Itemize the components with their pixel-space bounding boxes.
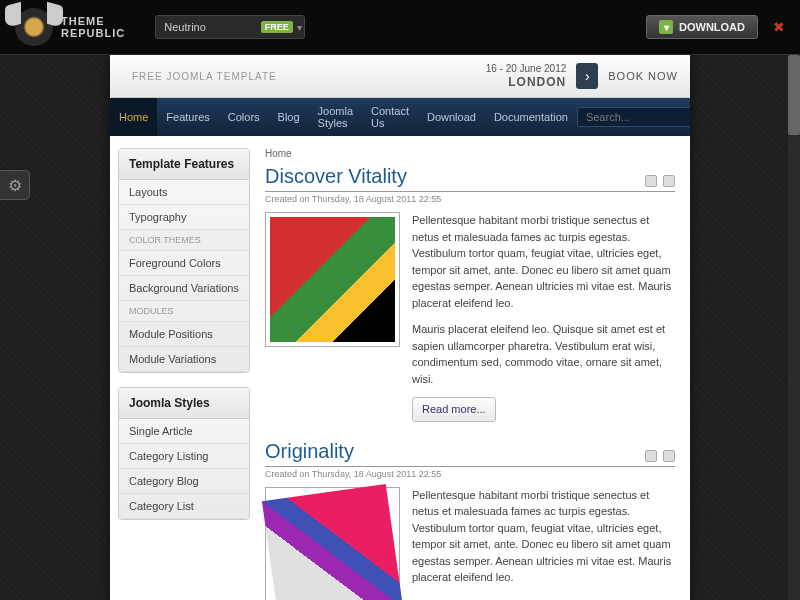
chevron-right-icon[interactable]: › [576,63,598,89]
article-thumbnail[interactable] [265,487,400,601]
sidebar: Template Features Layouts Typography COL… [110,136,250,600]
event-date: 16 - 20 June 2012 LONDON [486,62,567,91]
nav-home[interactable]: Home [110,98,157,136]
nav-colors[interactable]: Colors [219,98,269,136]
sidebar-item-category-blog[interactable]: Category Blog [119,469,249,494]
nav-contact[interactable]: Contact Us [362,98,418,136]
page-container: FREE JOOMLA TEMPLATE 16 - 20 June 2012 L… [110,55,690,600]
read-more-button[interactable]: Read more... [412,397,496,422]
print-icon[interactable] [663,175,675,187]
article-tools [645,450,675,462]
search-input[interactable] [577,107,690,127]
close-icon[interactable]: ✖ [773,19,785,35]
breadcrumb[interactable]: Home [265,148,675,159]
sidebar-box-styles: Joomla Styles Single Article Category Li… [118,387,250,520]
article-thumbnail[interactable] [265,212,400,347]
article-title[interactable]: Discover Vitality [265,165,675,192]
wings-icon [15,8,53,46]
sidebar-title: Template Features [119,149,249,180]
article-copy: Pellentesque habitant morbi tristique se… [412,487,675,601]
nav-features[interactable]: Features [157,98,218,136]
sidebar-item-module-variations[interactable]: Module Variations [119,347,249,372]
nav-joomla-styles[interactable]: Joomla Styles [309,98,362,136]
theme-selector[interactable]: Neutrino FREE ▾ [155,15,305,39]
sidebar-heading-modules: MODULES [119,301,249,322]
print-icon[interactable] [663,450,675,462]
sidebar-item-category-listing[interactable]: Category Listing [119,444,249,469]
sidebar-item-layouts[interactable]: Layouts [119,180,249,205]
chevron-down-icon: ▾ [297,22,302,33]
sidebar-title: Joomla Styles [119,388,249,419]
sidebar-item-bg-variations[interactable]: Background Variations [119,276,249,301]
gear-icon[interactable]: ⚙ [0,170,30,200]
email-icon[interactable] [645,175,657,187]
main-nav: Home Features Colors Blog Joomla Styles … [110,98,690,136]
sidebar-item-typography[interactable]: Typography [119,205,249,230]
free-badge: FREE [261,21,293,33]
sidebar-item-category-list[interactable]: Category List [119,494,249,519]
brand-logo[interactable]: THEME REPUBLIC [15,8,125,46]
sidebar-item-fg-colors[interactable]: Foreground Colors [119,251,249,276]
article-title[interactable]: Originality [265,440,675,467]
article-tools [645,175,675,187]
article-copy: Pellentesque habitant morbi tristique se… [412,212,675,422]
nav-documentation[interactable]: Documentation [485,98,577,136]
brand-text: THEME REPUBLIC [61,15,125,39]
sidebar-item-single-article[interactable]: Single Article [119,419,249,444]
nav-blog[interactable]: Blog [269,98,309,136]
main-content: Home Discover Vitality Created on Thursd… [250,136,690,600]
nav-download[interactable]: Download [418,98,485,136]
article: Discover Vitality Created on Thursday, 1… [265,165,675,422]
article: Originality Created on Thursday, 18 Augu… [265,440,675,601]
template-subtitle: FREE JOOMLA TEMPLATE [122,71,277,82]
sidebar-box-features: Template Features Layouts Typography COL… [118,148,250,373]
selector-value: Neutrino [164,21,206,33]
article-meta: Created on Thursday, 18 August 2011 22:5… [265,194,675,204]
top-toolbar: THEME REPUBLIC Neutrino FREE ▾ ▾ DOWNLOA… [0,0,800,55]
book-now-link[interactable]: BOOK NOW [608,70,678,82]
sidebar-heading-colors: COLOR THEMES [119,230,249,251]
vertical-scrollbar[interactable] [788,55,800,600]
article-meta: Created on Thursday, 18 August 2011 22:5… [265,469,675,479]
event-banner: FREE JOOMLA TEMPLATE 16 - 20 June 2012 L… [110,55,690,98]
email-icon[interactable] [645,450,657,462]
download-button[interactable]: ▾ DOWNLOAD [646,15,758,39]
download-icon: ▾ [659,20,673,34]
sidebar-item-module-positions[interactable]: Module Positions [119,322,249,347]
